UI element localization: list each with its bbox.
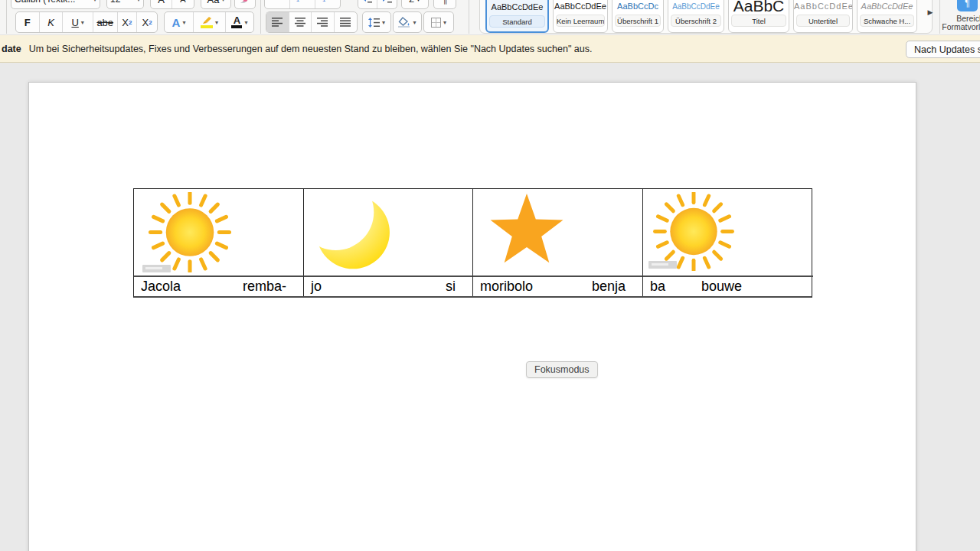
style-label: Kein Leerraum [556, 15, 605, 27]
sun-image [142, 192, 238, 272]
indent-icon [382, 0, 393, 3]
align-right-button[interactable] [312, 12, 335, 32]
word: benja [592, 279, 626, 295]
chevron-down-icon: ▾ [137, 0, 140, 3]
star-image [482, 194, 571, 266]
font-name-select[interactable]: Calibri (Textk... ▾ [11, 0, 100, 9]
numbered-list-button[interactable]: 1 [290, 0, 315, 8]
table-word-cell[interactable]: jo si [304, 276, 473, 296]
style-chip-ueberschrift-2[interactable]: AaBbCcDdEe Überschrift 2 [668, 0, 724, 33]
styles-pane-icon: ¶ [957, 0, 978, 11]
word: jo [311, 279, 322, 295]
styles-pane-button[interactable]: ¶ Bereich Formatvorlagen [940, 0, 980, 34]
change-case-label: Aa [207, 0, 220, 5]
fokusmodus-tooltip: Fokusmodus [526, 361, 598, 378]
font-size-stepper: A A [150, 0, 194, 9]
chevron-down-icon: ▾ [93, 0, 96, 3]
eraser-icon [240, 0, 251, 4]
word: bouwe [701, 279, 742, 295]
pilcrow-icon: ¶ [443, 0, 448, 5]
style-chip-schwache-hervorhebung[interactable]: AaBbCcDdEe Schwache H... [857, 0, 917, 33]
outdent-icon [362, 0, 373, 3]
increase-indent-button[interactable] [377, 0, 397, 8]
sort-icon: Z [409, 0, 414, 4]
word: Jacola [141, 279, 181, 295]
multilevel-list-icon: 1 [322, 0, 325, 3]
underline-button[interactable]: U ▾ [63, 12, 93, 32]
style-chip-ueberschrift-1[interactable]: AaBbCcDc Überschrift 1 [612, 0, 664, 33]
word: si [446, 279, 456, 295]
alignment-group [266, 11, 358, 33]
font-color-icon: A [231, 16, 242, 28]
line-spacing-button[interactable]: ▾ [362, 11, 391, 33]
document-page[interactable]: Jacola remba- jo si moribolo benja ba bo… [28, 82, 916, 551]
strikethrough-button[interactable]: abe [93, 12, 118, 32]
multilevel-list-button[interactable]: 1 [315, 0, 340, 8]
style-sample: AaBbCcDc [612, 0, 663, 15]
table-image-cell-moon[interactable] [304, 189, 473, 276]
shrink-font-button[interactable]: A [172, 0, 194, 8]
table-image-cell-sun2[interactable] [643, 189, 813, 276]
update-message: Um bei Sicherheitsupdates, Fixes und Ver… [29, 44, 593, 54]
chevron-down-icon: ▾ [215, 19, 218, 26]
table-image-cell-sun[interactable] [134, 189, 304, 276]
table-image-cell-star[interactable] [473, 189, 643, 276]
style-sample: AaBbCcDdEe [794, 0, 852, 15]
chevron-right-icon: ▶ [928, 8, 933, 16]
shading-button[interactable]: ▾ [393, 11, 422, 33]
superscript-button[interactable]: X2 [137, 12, 157, 32]
style-sample: AaBbC [729, 0, 789, 15]
style-label: Überschrift 2 [671, 15, 721, 27]
align-center-icon [295, 18, 305, 27]
style-chip-titel[interactable]: AaBbC Titel [728, 0, 789, 33]
justify-button[interactable] [335, 12, 357, 32]
underline-label: U [71, 17, 78, 28]
table-word-cell[interactable]: ba bouwe [643, 276, 813, 296]
text-effects-button[interactable]: A ▾ [165, 12, 194, 32]
sort-arrow-icon: ▼ [416, 0, 421, 2]
font-size-select[interactable]: 12 ▾ [106, 0, 144, 9]
bold-button[interactable]: F [16, 12, 40, 32]
show-paragraph-marks-button[interactable]: ¶ [433, 0, 456, 9]
chevron-down-icon: ▾ [182, 19, 185, 26]
borders-icon [431, 18, 441, 28]
borders-button[interactable]: ▾ [423, 11, 454, 33]
line-spacing-icon [368, 18, 380, 28]
word: moribolo [480, 279, 533, 295]
check-updates-button[interactable]: Nach Updates suchen [906, 41, 980, 58]
chevron-down-icon: ▾ [382, 19, 385, 26]
style-sample: AaBbCcDdEe [487, 0, 547, 15]
styles-gallery-more-button[interactable]: ▶ [923, 2, 938, 23]
subscript-button[interactable]: X2 [118, 12, 138, 32]
sun-image [647, 192, 740, 271]
clear-formatting-button[interactable] [234, 0, 256, 9]
moon-image [307, 191, 400, 273]
style-label: Untertitel [796, 15, 850, 27]
styles-pane-label: Bereich Formatvorlagen [940, 15, 980, 31]
style-chip-standard[interactable]: AaBbCcDdEe Standard [485, 0, 549, 33]
font-color-button[interactable]: A ▾ [226, 12, 253, 32]
font-name-value: Calibri (Textk... [15, 0, 75, 5]
numbered-list-icon: 1 [296, 0, 299, 3]
style-chip-kein-leerraum[interactable]: AaBbCcDdEe Kein Leerraum [553, 0, 608, 33]
subscript-label: X [122, 17, 129, 28]
highlight-button[interactable]: ▾ [194, 12, 226, 32]
chevron-down-icon: ▾ [221, 0, 224, 3]
decrease-indent-button[interactable] [358, 0, 377, 8]
sort-button[interactable]: Z ▼ [401, 0, 429, 9]
image-watermark [142, 265, 171, 272]
chevron-down-icon: ▾ [413, 19, 416, 26]
style-chip-untertitel[interactable]: AaBbCcDdEe Untertitel [793, 0, 853, 33]
italic-button[interactable]: K [40, 12, 64, 32]
change-case-button[interactable]: Aa ▾ [201, 0, 231, 9]
align-right-icon [317, 18, 328, 27]
align-center-button[interactable] [289, 12, 312, 32]
highlighter-icon [201, 16, 213, 28]
bullet-list-button[interactable]: • [265, 0, 290, 8]
table-word-cell[interactable]: Jacola remba- [134, 276, 304, 296]
align-left-button[interactable] [266, 12, 289, 32]
word: ba [650, 279, 665, 295]
grow-font-button[interactable]: A [151, 0, 172, 8]
ribbon-separator [260, 0, 261, 34]
table-word-cell[interactable]: moribolo benja [473, 276, 643, 296]
